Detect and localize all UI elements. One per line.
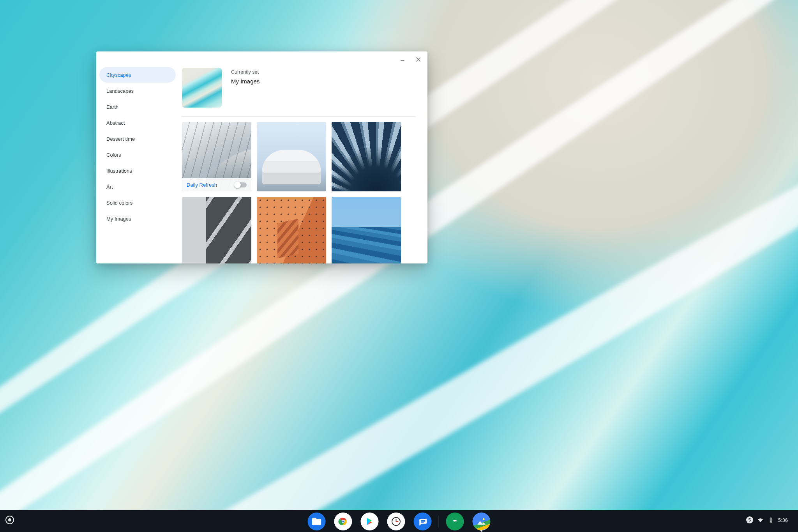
sidebar-item-label: Illustrations bbox=[106, 168, 132, 174]
sidebar-item-label: Art bbox=[106, 184, 113, 190]
sidebar-item-landscapes[interactable]: Landscapes bbox=[99, 83, 176, 99]
window-titlebar bbox=[96, 51, 427, 66]
sidebar-item-label: Dessert time bbox=[106, 136, 135, 142]
battery-icon bbox=[768, 517, 774, 523]
currently-set-value: My Images bbox=[231, 78, 260, 85]
play-icon bbox=[364, 516, 375, 527]
wallpaper-tile[interactable] bbox=[182, 197, 251, 263]
category-sidebar: Cityscapes Landscapes Earth Abstract Des… bbox=[96, 66, 179, 263]
notification-badge: 5 bbox=[746, 516, 753, 523]
wifi-icon bbox=[757, 517, 764, 523]
daily-refresh-bar: Daily Refresh bbox=[182, 178, 251, 191]
app-chrome[interactable] bbox=[334, 513, 352, 530]
wallpaper-tile[interactable] bbox=[332, 197, 401, 263]
app-files[interactable] bbox=[308, 513, 326, 530]
sidebar-item-label: Landscapes bbox=[106, 88, 134, 94]
wallpaper-tile[interactable] bbox=[257, 122, 326, 191]
wallpaper-icon bbox=[476, 516, 487, 527]
sidebar-item-solid-colors[interactable]: Solid colors bbox=[99, 195, 176, 210]
sidebar-item-illustrations[interactable]: Illustrations bbox=[99, 163, 176, 179]
shelf-separator bbox=[439, 516, 439, 527]
chrome-icon bbox=[338, 516, 349, 527]
svg-point-2 bbox=[342, 520, 344, 523]
sidebar-item-label: Solid colors bbox=[106, 200, 132, 206]
divider bbox=[182, 116, 416, 117]
status-tray[interactable]: 5 5:36 bbox=[742, 514, 793, 525]
shelf-apps bbox=[308, 513, 491, 530]
sidebar-item-colors[interactable]: Colors bbox=[99, 147, 176, 163]
sidebar-item-dessert-time[interactable]: Dessert time bbox=[99, 131, 176, 147]
clock-icon bbox=[391, 516, 402, 527]
sidebar-item-earth[interactable]: Earth bbox=[99, 99, 176, 115]
sidebar-item-label: Earth bbox=[106, 104, 118, 110]
svg-rect-6 bbox=[421, 520, 425, 521]
close-button[interactable] bbox=[412, 53, 424, 65]
daily-refresh-toggle[interactable] bbox=[235, 182, 247, 187]
currently-set-label: Currently set bbox=[231, 69, 260, 75]
sidebar-item-art[interactable]: Art bbox=[99, 179, 176, 194]
current-wallpaper-header: Currently set My Images bbox=[182, 67, 416, 116]
wallpaper-grid: Daily Refresh bbox=[182, 122, 416, 263]
app-play-store[interactable] bbox=[361, 513, 379, 530]
app-clock[interactable] bbox=[387, 513, 405, 530]
sidebar-item-label: Cityscapes bbox=[106, 72, 131, 78]
sidebar-item-my-images[interactable]: My Images bbox=[99, 211, 176, 226]
wallpaper-tile[interactable] bbox=[257, 197, 326, 263]
app-messages[interactable] bbox=[414, 513, 432, 530]
shelf: 5 5:36 bbox=[0, 508, 798, 532]
svg-rect-8 bbox=[421, 522, 424, 523]
wallpaper-tile[interactable] bbox=[332, 122, 401, 191]
minimize-button[interactable] bbox=[396, 53, 409, 65]
app-wallpaper[interactable] bbox=[473, 513, 491, 530]
active-app-indicator bbox=[480, 530, 482, 532]
app-hangouts[interactable] bbox=[446, 513, 464, 530]
content-area: Currently set My Images Daily Refresh bbox=[179, 66, 427, 263]
sidebar-item-abstract[interactable]: Abstract bbox=[99, 115, 176, 131]
messages-icon bbox=[417, 516, 428, 527]
launcher-button[interactable] bbox=[5, 516, 14, 524]
wallpaper-tile-daily-refresh[interactable]: Daily Refresh bbox=[182, 122, 251, 191]
wallpaper-picker-window: Cityscapes Landscapes Earth Abstract Des… bbox=[96, 51, 427, 263]
sidebar-item-label: My Images bbox=[106, 216, 131, 222]
sidebar-item-cityscapes[interactable]: Cityscapes bbox=[99, 67, 176, 83]
current-wallpaper-thumbnail bbox=[182, 68, 222, 108]
clock-time: 5:36 bbox=[778, 517, 788, 523]
svg-point-9 bbox=[483, 518, 485, 520]
hangouts-icon bbox=[450, 516, 461, 527]
svg-rect-7 bbox=[421, 521, 425, 522]
daily-refresh-label: Daily Refresh bbox=[187, 182, 217, 188]
sidebar-item-label: Colors bbox=[106, 152, 121, 158]
sidebar-item-label: Abstract bbox=[106, 120, 125, 126]
folder-icon bbox=[311, 516, 322, 527]
